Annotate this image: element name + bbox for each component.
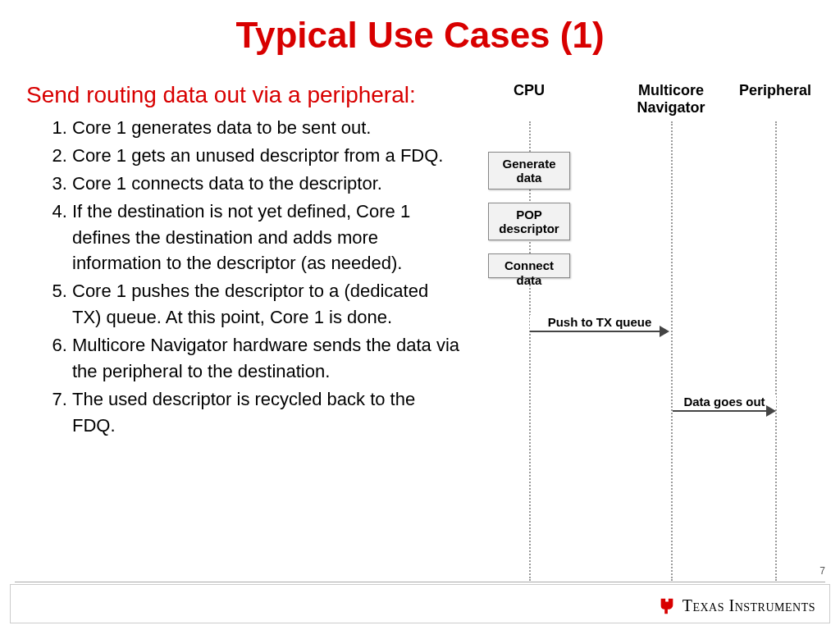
- step-item: Core 1 gets an unused descriptor from a …: [72, 143, 461, 169]
- arrow-line: [530, 331, 661, 332]
- steps-list: Core 1 generates data to be sent out. Co…: [26, 115, 461, 441]
- step-item: Core 1 pushes the descriptor to a (dedic…: [72, 278, 461, 331]
- ti-logo: Texas Instruments: [658, 596, 815, 615]
- page-number: 7: [819, 565, 825, 577]
- slide: Typical Use Cases (1) Send routing data …: [0, 0, 840, 630]
- arrow-data-goes-out: Data goes out: [673, 401, 776, 421]
- slide-title: Typical Use Cases (1): [0, 15, 840, 56]
- step-item: Multicore Navigator hardware sends the d…: [72, 332, 461, 385]
- step-item: Core 1 generates data to be sent out.: [72, 115, 461, 141]
- arrow-push-tx-queue: Push to TX queue: [530, 322, 669, 341]
- step-item: If the destination is not yet defined, C…: [72, 199, 461, 277]
- seq-header-multicore-navigator: Multicore Navigator: [630, 82, 712, 116]
- arrow-label: Data goes out: [673, 395, 776, 409]
- step-box-pop-descriptor: POP descriptor: [488, 203, 570, 240]
- arrow-line: [673, 410, 768, 412]
- step-item: Core 1 connects data to the descriptor.: [72, 171, 461, 197]
- arrow-label: Push to TX queue: [530, 315, 669, 329]
- slide-subtitle: Send routing data out via a peripheral:: [26, 82, 416, 108]
- lifeline-multicore-navigator: [671, 121, 673, 581]
- logo-text: Texas Instruments: [682, 596, 815, 615]
- seq-header-peripheral: Peripheral: [734, 82, 816, 99]
- step-item: The used descriptor is recycled back to …: [72, 386, 461, 439]
- chip-icon: [658, 597, 676, 615]
- lifeline-peripheral: [775, 121, 777, 581]
- step-box-connect-data: Connect data: [488, 253, 570, 278]
- seq-header-cpu: CPU: [500, 82, 558, 99]
- footer-divider: [15, 582, 825, 582]
- arrow-head-icon: [766, 405, 776, 417]
- lifeline-cpu: [529, 121, 531, 581]
- step-box-generate-data: Generate data: [488, 152, 570, 189]
- arrow-head-icon: [660, 326, 669, 337]
